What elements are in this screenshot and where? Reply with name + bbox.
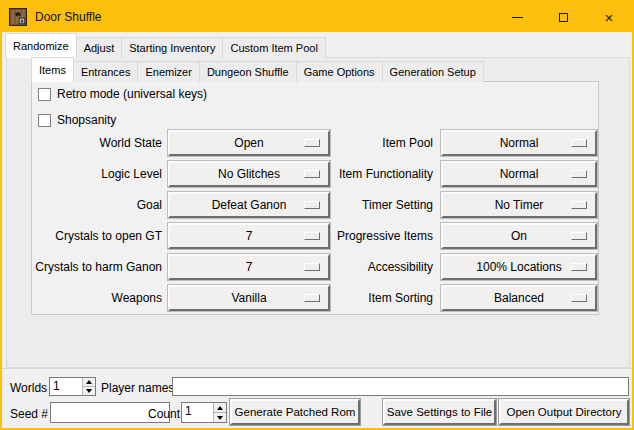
dropdown-indicator-icon	[571, 201, 587, 209]
minimize-icon	[512, 17, 523, 18]
title-bar: Door Shuffle ×	[2, 2, 632, 32]
accessibility-label: Accessibility	[332, 260, 433, 274]
world-state-label: World State	[30, 136, 162, 150]
count-spin-down-button[interactable]	[214, 412, 226, 422]
app-window: Door Shuffle × Randomize Adjust Starting…	[0, 0, 634, 430]
item-pool-label: Item Pool	[332, 136, 433, 150]
weapons-dropdown[interactable]: Vanilla	[168, 285, 330, 311]
timer-setting-label: Timer Setting	[332, 198, 433, 212]
crystals-gt-dropdown[interactable]: 7	[168, 223, 330, 249]
spin-down-icon	[217, 416, 223, 420]
worlds-spin-up-button[interactable]	[83, 378, 95, 386]
shopsanity-checkbox[interactable]	[38, 114, 51, 127]
logic-level-dropdown[interactable]: No Glitches	[168, 161, 330, 187]
worlds-value: 1	[50, 378, 82, 395]
progressive-items-label: Progressive Items	[332, 229, 433, 243]
shopsanity-label: Shopsanity	[57, 113, 116, 127]
item-functionality-label: Item Functionality	[332, 167, 433, 181]
tab-custom-item-pool[interactable]: Custom Item Pool	[223, 37, 325, 58]
randomize-sub-tab-bar: Items Entrances Enemizer Dungeon Shuffle…	[31, 57, 484, 82]
crystals-gt-label: Crystals to open GT	[30, 229, 162, 243]
player-names-label: Player names	[101, 381, 174, 395]
dropdown-indicator-icon	[304, 263, 320, 271]
goal-label: Goal	[30, 198, 162, 212]
dropdown-indicator-icon	[304, 294, 320, 302]
spin-up-icon	[217, 406, 223, 410]
dropdown-indicator-icon	[304, 232, 320, 240]
worlds-label: Worlds	[10, 381, 47, 395]
dropdown-indicator-icon	[571, 232, 587, 240]
dropdown-indicator-icon	[571, 294, 587, 302]
worlds-spin-down-button[interactable]	[83, 386, 95, 395]
dropdown-indicator-icon	[571, 170, 587, 178]
save-settings-button[interactable]: Save Settings to File	[383, 399, 496, 425]
count-spin-up-button[interactable]	[214, 403, 226, 412]
dropdown-indicator-icon	[571, 139, 587, 147]
dropdown-indicator-icon	[304, 201, 320, 209]
retro-mode-label: Retro mode (universal keys)	[57, 87, 207, 101]
count-spinner[interactable]: 1	[181, 402, 227, 423]
retro-mode-checkbox[interactable]	[38, 88, 51, 101]
maximize-icon	[559, 13, 568, 22]
goal-dropdown[interactable]: Defeat Ganon	[168, 192, 330, 218]
tab-adjust[interactable]: Adjust	[77, 37, 123, 58]
generate-patched-rom-button[interactable]: Generate Patched Rom	[230, 399, 360, 425]
close-icon: ×	[605, 10, 614, 25]
main-tab-bar: Randomize Adjust Starting Inventory Cust…	[5, 33, 326, 58]
minimize-button[interactable]	[494, 2, 540, 32]
item-functionality-dropdown[interactable]: Normal	[441, 161, 597, 187]
tab-entrances[interactable]: Entrances	[74, 61, 139, 82]
player-names-input[interactable]	[172, 377, 629, 396]
logic-level-label: Logic Level	[30, 167, 162, 181]
dropdown-indicator-icon	[571, 263, 587, 271]
spin-up-icon	[86, 380, 92, 384]
dropdown-indicator-icon	[304, 139, 320, 147]
weapons-label: Weapons	[30, 291, 162, 305]
item-sorting-label: Item Sorting	[332, 291, 433, 305]
count-label: Count	[148, 407, 180, 421]
tab-starting-inventory[interactable]: Starting Inventory	[122, 37, 223, 58]
caption-buttons: ×	[494, 2, 632, 32]
open-output-directory-button[interactable]: Open Output Directory	[499, 399, 629, 425]
window-title: Door Shuffle	[35, 10, 102, 24]
maximize-button[interactable]	[540, 2, 586, 32]
tab-randomize[interactable]: Randomize	[5, 33, 77, 58]
tab-generation-setup[interactable]: Generation Setup	[383, 61, 484, 82]
seed-label: Seed #	[10, 407, 48, 421]
door-app-icon	[9, 8, 27, 26]
tab-enemizer[interactable]: Enemizer	[138, 61, 199, 82]
timer-setting-dropdown[interactable]: No Timer	[441, 192, 597, 218]
tab-dungeon-shuffle[interactable]: Dungeon Shuffle	[200, 61, 297, 82]
item-sorting-dropdown[interactable]: Balanced	[441, 285, 597, 311]
tab-game-options[interactable]: Game Options	[297, 61, 383, 82]
crystals-ganon-dropdown[interactable]: 7	[168, 254, 330, 280]
close-button[interactable]: ×	[586, 2, 632, 32]
tab-items[interactable]: Items	[31, 57, 74, 82]
count-value: 1	[182, 403, 213, 422]
worlds-spinner[interactable]: 1	[49, 377, 96, 396]
progressive-items-dropdown[interactable]: On	[441, 223, 597, 249]
spin-down-icon	[86, 389, 92, 393]
crystals-ganon-label: Crystals to harm Ganon	[30, 260, 162, 274]
world-state-dropdown[interactable]: Open	[168, 130, 330, 156]
accessibility-dropdown[interactable]: 100% Locations	[441, 254, 597, 280]
dropdown-indicator-icon	[304, 170, 320, 178]
item-pool-dropdown[interactable]: Normal	[441, 130, 597, 156]
